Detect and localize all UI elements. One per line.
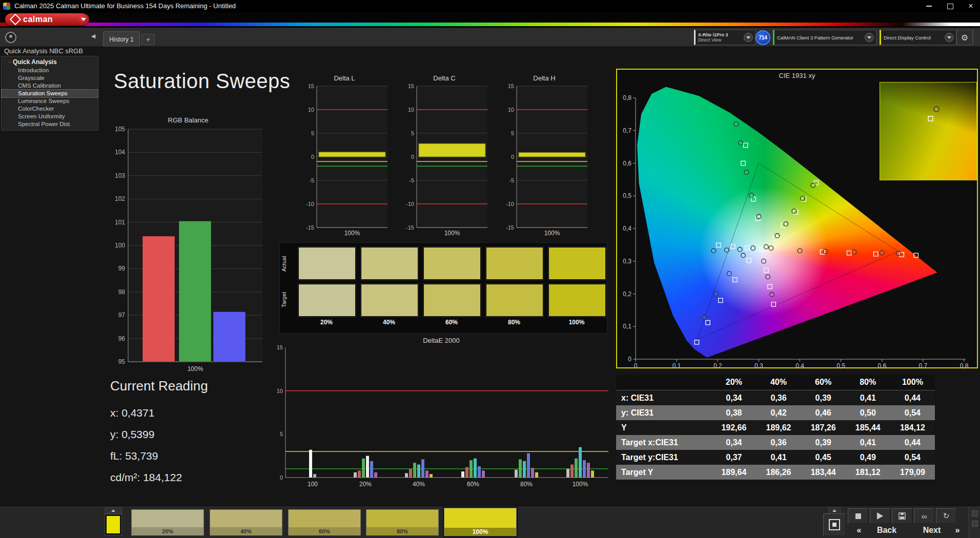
swatch-column-label: 60% bbox=[423, 319, 480, 326]
pattern-generator-selector[interactable]: CalMAN Client 3 Pattern Generator bbox=[773, 30, 876, 45]
swatch-column-label: 40% bbox=[361, 319, 417, 326]
patch-list-expand-button[interactable] bbox=[105, 507, 122, 514]
panel-edge-button[interactable] bbox=[973, 30, 980, 44]
display-control-selector[interactable]: Direct Display Control bbox=[880, 30, 956, 45]
table-cell: 0,54 bbox=[890, 450, 935, 465]
svg-text:-10: -10 bbox=[506, 201, 514, 207]
table-cell: 189,62 bbox=[756, 420, 801, 435]
cie-zoom-inset bbox=[880, 82, 977, 180]
svg-text:-15: -15 bbox=[406, 224, 414, 231]
reading-cdm2: cd/m²: 184,122 bbox=[110, 467, 208, 488]
patch-label: 40% bbox=[210, 527, 282, 535]
table-header-cell: 100% bbox=[890, 375, 935, 390]
table-cell: 184,12 bbox=[890, 420, 935, 435]
svg-text:-10: -10 bbox=[406, 201, 414, 207]
table-cell: 0,36 bbox=[756, 390, 801, 406]
swatch-target-20% bbox=[298, 284, 356, 317]
sidebar-item-saturation-sweeps[interactable]: Saturation Sweeps bbox=[2, 90, 98, 97]
svg-text:0,1: 0,1 bbox=[623, 323, 631, 330]
current-patch-chip[interactable] bbox=[105, 514, 122, 535]
table-cell: 189,64 bbox=[711, 465, 756, 480]
patch-label: 100% bbox=[444, 528, 516, 536]
sidebar-root[interactable]: -Quick Analysis bbox=[2, 58, 98, 67]
swatch-target-100% bbox=[548, 284, 606, 317]
swatch-column-label: 20% bbox=[298, 319, 355, 326]
patch-label: 80% bbox=[366, 527, 438, 535]
meter-selector[interactable]: X-Rite i1Pro 3 Direct View bbox=[694, 30, 756, 45]
table-header-cell bbox=[616, 375, 711, 390]
table-row: y: CIE310,380,420,460,500,54 bbox=[616, 405, 935, 420]
svg-text:0,6: 0,6 bbox=[623, 160, 631, 167]
save-button[interactable] bbox=[892, 508, 912, 524]
sidebar-item-colorchecker[interactable]: ColorChecker bbox=[2, 105, 98, 113]
svg-text:10: 10 bbox=[508, 107, 514, 113]
svg-text:0: 0 bbox=[511, 154, 514, 160]
patch-button-40%[interactable]: 40% bbox=[210, 509, 282, 536]
swatch-actual-100% bbox=[548, 247, 606, 280]
add-tab-button[interactable]: + bbox=[141, 34, 155, 45]
patch-button-80%[interactable]: 80% bbox=[366, 509, 439, 536]
svg-text:0,5: 0,5 bbox=[623, 192, 631, 199]
svg-text:100%: 100% bbox=[344, 230, 360, 237]
workflow-options-button[interactable] bbox=[5, 32, 16, 43]
cie-1931-chart: CIE 1931 xy 00,10,20,30,40,50,60,70,800,… bbox=[616, 69, 978, 368]
svg-text:0,8: 0,8 bbox=[623, 94, 631, 101]
table-cell: 192,66 bbox=[711, 420, 756, 435]
next-button[interactable]: Next bbox=[915, 524, 948, 537]
patch-button-100%[interactable]: 100% bbox=[444, 508, 517, 536]
back-button[interactable]: Back bbox=[868, 524, 905, 537]
patch-button-20%[interactable]: 20% bbox=[131, 509, 204, 536]
chart-title: RGB Balance bbox=[110, 116, 267, 125]
svg-text:100%: 100% bbox=[573, 481, 588, 488]
swatch-column-label: 100% bbox=[548, 319, 605, 326]
sidebar-item-luminance-sweeps[interactable]: Luminance Sweeps bbox=[2, 97, 98, 105]
patch-button-60%[interactable]: 60% bbox=[288, 509, 361, 536]
play-button[interactable] bbox=[870, 508, 890, 524]
tab-history-1[interactable]: History 1 bbox=[103, 31, 140, 47]
row-label: y: CIE31 bbox=[616, 405, 711, 420]
minimize-button[interactable] bbox=[918, 0, 939, 12]
sidebar-item-introduction[interactable]: Introduction bbox=[2, 67, 98, 74]
sidebar-collapse-button[interactable]: ◀ bbox=[88, 31, 98, 41]
nav-last-button[interactable]: » bbox=[951, 524, 964, 537]
stop-button[interactable] bbox=[848, 508, 868, 524]
row-label: Target Y bbox=[616, 465, 711, 480]
svg-text:10: 10 bbox=[277, 388, 283, 394]
bottom-bar: 20%40%60%80%100% ∞ ↻ « Back Next » bbox=[0, 506, 980, 538]
svg-text:-15: -15 bbox=[506, 224, 514, 231]
svg-text:100: 100 bbox=[115, 242, 125, 249]
refresh-button[interactable]: ↻ bbox=[936, 508, 956, 524]
table-cell: 0,44 bbox=[890, 390, 935, 406]
sidebar-item-grayscale[interactable]: Grayscale bbox=[2, 74, 98, 82]
row-label: Y bbox=[616, 420, 711, 435]
link-button[interactable]: ∞ bbox=[914, 508, 934, 524]
sidebar-item-screen-uniformity[interactable]: Screen Uniformity bbox=[2, 113, 98, 120]
maximize-button[interactable] bbox=[940, 0, 961, 12]
logo-dropdown-button[interactable] bbox=[78, 14, 89, 25]
close-button[interactable]: × bbox=[961, 0, 980, 12]
svg-text:0: 0 bbox=[628, 356, 631, 363]
sidebar-item-cms-calibration[interactable]: CMS Calibration bbox=[2, 82, 98, 90]
pattern-window-button[interactable] bbox=[823, 513, 846, 536]
gear-icon: ⚙ bbox=[961, 33, 968, 43]
rainbow-gradient bbox=[0, 23, 980, 26]
table-cell: 0,39 bbox=[801, 390, 846, 406]
sidebar-item-spectral-power-dist[interactable]: Spectral Power Dist. bbox=[2, 120, 98, 128]
svg-text:100%: 100% bbox=[544, 230, 560, 237]
svg-text:15: 15 bbox=[277, 345, 283, 350]
tree-expander-icon[interactable]: - bbox=[9, 58, 11, 66]
deltae-2000-chart: DeltaE 2000 05101510020%40%60%80%100% bbox=[270, 336, 612, 492]
current-patch-color bbox=[107, 516, 120, 533]
table-row: Target Y189,64186,26183,44181,12179,09 bbox=[616, 465, 935, 480]
edge-button[interactable] bbox=[972, 521, 978, 527]
swatch-actual-80% bbox=[486, 247, 543, 280]
calman-logo-button[interactable]: calman bbox=[5, 13, 88, 26]
settings-button[interactable]: ⚙ bbox=[956, 30, 973, 45]
edge-button[interactable] bbox=[972, 510, 978, 516]
pattern-generator-label: CalMAN Client 3 Pattern Generator bbox=[774, 35, 865, 40]
nav-first-button[interactable]: « bbox=[853, 524, 865, 537]
svg-text:5: 5 bbox=[280, 431, 283, 437]
dot-icon bbox=[9, 35, 12, 38]
svg-text:100: 100 bbox=[308, 481, 318, 488]
table-cell: 0,36 bbox=[756, 435, 801, 450]
